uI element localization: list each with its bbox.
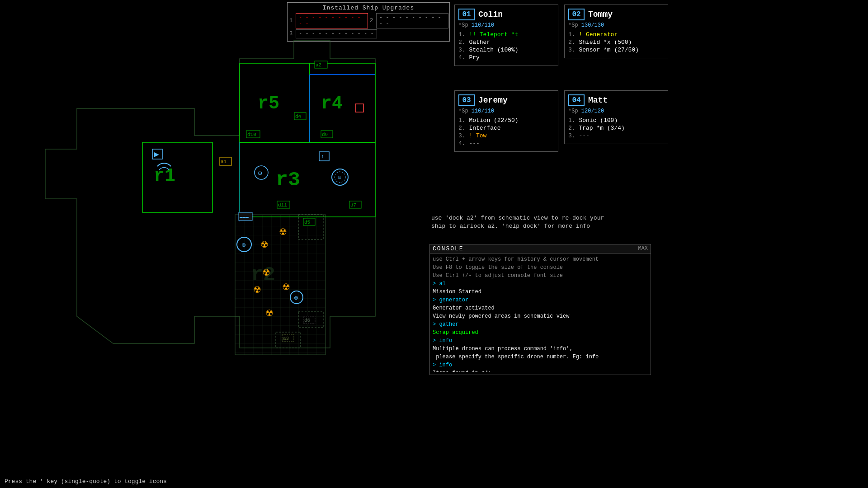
char-panel-jeremy: 03 Jeremy *Sp 110/110 1. Motion (22/50) … bbox=[454, 90, 558, 152]
char-ability-4-colin: 4. Pry bbox=[458, 54, 554, 61]
console-line-2: Use F8 to toggle the size of the console bbox=[433, 263, 648, 272]
char-sp-jeremy: *Sp 110/110 bbox=[458, 108, 554, 114]
console-line-5: Mission Started bbox=[433, 288, 648, 296]
status-bar: Press the ' key (single-quote) to toggle… bbox=[0, 474, 868, 488]
char-ability-1-colin: 1. !! Teleport *t bbox=[458, 31, 554, 38]
svg-text:ω: ω bbox=[258, 169, 262, 177]
svg-text:r1: r1 bbox=[154, 166, 175, 186]
svg-text:☢: ☢ bbox=[262, 267, 270, 277]
svg-text:☢: ☢ bbox=[282, 282, 290, 292]
svg-text:☢: ☢ bbox=[279, 227, 287, 237]
char-num-02: 02 bbox=[568, 9, 585, 20]
char-ability-2-colin: 2. Gather bbox=[458, 39, 554, 46]
char-header-jeremy: 03 Jeremy bbox=[458, 94, 554, 106]
status-text: Press the ' key (single-quote) to toggle… bbox=[5, 478, 167, 485]
message-line2: ship to airlock a2. 'help dock' for more… bbox=[431, 222, 649, 230]
map-svg: r5 r4 r3 r1 r2 a2 d4 d9 d10 d11 d7 d5 d6… bbox=[0, 0, 448, 375]
svg-text:⊛: ⊛ bbox=[241, 242, 246, 249]
console-line-3: Use Ctrl +/- to adjust console font size bbox=[433, 272, 648, 280]
char-panel-colin: 01 Colin *Sp 110/110 1. !! Teleport *t 2… bbox=[454, 5, 558, 66]
char-ability-4-jeremy: 4. --- bbox=[458, 140, 554, 147]
console-line-13: please specify the specific drone number… bbox=[433, 353, 648, 361]
char-header-colin: 01 Colin bbox=[458, 9, 554, 20]
console-title-bar: CONSOLE MAX bbox=[430, 244, 651, 253]
svg-text:d6: d6 bbox=[304, 318, 310, 323]
svg-text:d9: d9 bbox=[322, 132, 328, 137]
char-sp-matt: *Sp 120/120 bbox=[568, 108, 664, 114]
char-sp-tommy: *Sp 130/130 bbox=[568, 22, 664, 28]
char-header-tommy: 02 Tommy bbox=[568, 9, 664, 20]
svg-text:a2: a2 bbox=[316, 62, 321, 68]
char-header-matt: 04 Matt bbox=[568, 94, 664, 106]
console-line-10: Scrap acquired bbox=[433, 328, 648, 337]
console-line-6: > generator bbox=[433, 296, 648, 304]
svg-rect-36 bbox=[355, 104, 363, 112]
char-ability-3-matt: 3. --- bbox=[568, 132, 664, 139]
svg-text:≋: ≋ bbox=[337, 175, 341, 181]
console-line-8: View newly powered areas in schematic vi… bbox=[433, 312, 648, 320]
message-line1: use 'dock a2' from schematic view to re-… bbox=[431, 214, 649, 222]
char-name-matt: Matt bbox=[588, 96, 608, 105]
char-panel-tommy: 02 Tommy *Sp 130/130 1. ! Generator 2. S… bbox=[564, 5, 668, 58]
message-area: use 'dock a2' from schematic view to re-… bbox=[429, 212, 651, 232]
char-ability-3-jeremy: 3. ! Tow bbox=[458, 132, 554, 139]
char-ability-3-tommy: 3. Sensor *m (27/50) bbox=[568, 47, 664, 53]
console-line-1: use Ctrl + arrow keys for history & curs… bbox=[433, 255, 648, 263]
svg-text:d11: d11 bbox=[278, 202, 287, 208]
svg-text:▶: ▶ bbox=[154, 151, 159, 158]
char-ability-1-tommy: 1. ! Generator bbox=[568, 31, 664, 38]
console-line-14: > info bbox=[433, 361, 648, 369]
svg-text:a3: a3 bbox=[283, 336, 289, 341]
svg-text:d5: d5 bbox=[304, 220, 310, 225]
char-name-tommy: Tommy bbox=[588, 10, 613, 19]
char-num-03: 03 bbox=[458, 94, 475, 106]
console-line-9: > gather bbox=[433, 320, 648, 328]
console-line-11: > info bbox=[433, 337, 648, 345]
console-line-12: Multiple drones can process command 'inf… bbox=[433, 345, 648, 353]
svg-text:☢: ☢ bbox=[260, 239, 269, 249]
char-ability-1-matt: 1. Sonic (100) bbox=[568, 117, 664, 124]
console-max-button[interactable]: MAX bbox=[638, 245, 648, 252]
char-ability-3-colin: 3. Stealth (100%) bbox=[458, 47, 554, 53]
svg-text:d10: d10 bbox=[247, 132, 256, 137]
console-content[interactable]: use Ctrl + arrow keys for history & curs… bbox=[430, 253, 651, 372]
char-ability-1-jeremy: 1. Motion (22/50) bbox=[458, 117, 554, 124]
char-panel-matt: 04 Matt *Sp 120/120 1. Sonic (100) 2. Tr… bbox=[564, 90, 668, 144]
svg-text:r5: r5 bbox=[258, 94, 279, 114]
svg-text:▬▬▬: ▬▬▬ bbox=[240, 214, 249, 220]
char-name-colin: Colin bbox=[478, 10, 503, 19]
console-line-7: Generator activated bbox=[433, 304, 648, 312]
svg-text:☢: ☢ bbox=[265, 308, 274, 318]
svg-text:r3: r3 bbox=[276, 169, 300, 192]
char-ability-2-tommy: 2. Shield *x (500) bbox=[568, 39, 664, 46]
svg-rect-5 bbox=[142, 142, 212, 212]
svg-text:☢: ☢ bbox=[253, 285, 261, 295]
char-num-01: 01 bbox=[458, 9, 475, 20]
char-sp-colin: *Sp 110/110 bbox=[458, 22, 554, 28]
char-ability-2-jeremy: 2. Interface bbox=[458, 125, 554, 131]
console-line-4: > a1 bbox=[433, 280, 648, 288]
char-name-jeremy: Jeremy bbox=[478, 96, 508, 105]
svg-text:↑: ↑ bbox=[321, 154, 324, 160]
svg-text:d4: d4 bbox=[295, 114, 302, 119]
console-line-15: Items found in r4: bbox=[433, 369, 648, 372]
char-ability-2-matt: 2. Trap *m (3/4) bbox=[568, 125, 664, 131]
console-panel: CONSOLE MAX use Ctrl + arrow keys for hi… bbox=[429, 244, 651, 375]
svg-text:r4: r4 bbox=[321, 94, 343, 114]
char-num-04: 04 bbox=[568, 94, 585, 106]
svg-text:a1: a1 bbox=[221, 159, 227, 164]
svg-text:d7: d7 bbox=[350, 202, 356, 208]
svg-text:⊛: ⊛ bbox=[294, 295, 298, 301]
